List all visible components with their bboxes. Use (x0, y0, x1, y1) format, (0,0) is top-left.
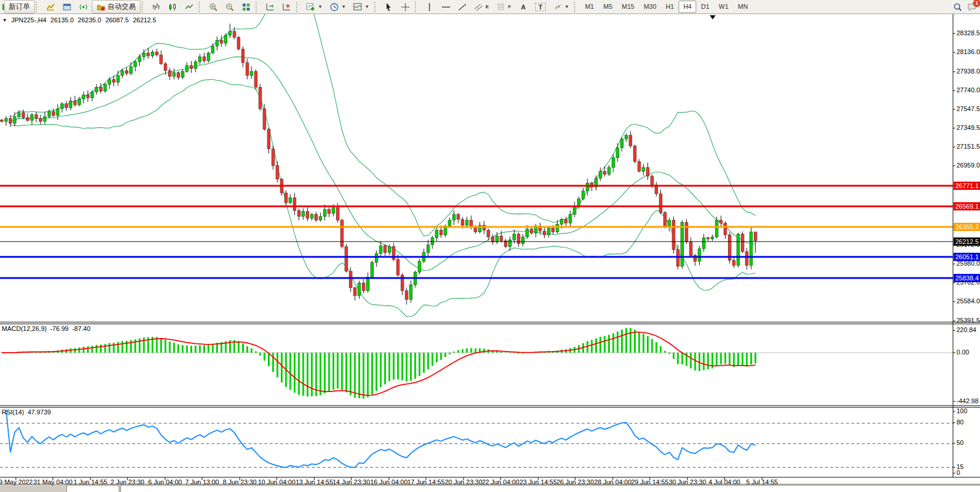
candle (663, 212, 666, 227)
candle (319, 216, 322, 220)
symbol-dropdown-icon[interactable]: ▼ (2, 18, 7, 23)
scroll-to-end-icon[interactable] (710, 15, 716, 19)
arrows-button[interactable]: ▼ (549, 0, 573, 14)
search-icon[interactable] (953, 2, 962, 12)
candle (612, 158, 615, 168)
candle (375, 253, 378, 262)
candle (491, 237, 494, 242)
candle (207, 53, 210, 61)
autoscroll-icon (266, 2, 275, 12)
candle (642, 168, 645, 172)
templates-button[interactable]: ▼ (350, 0, 373, 14)
candle (250, 72, 253, 76)
price-tick-label: 27151.5 (956, 143, 980, 150)
tile-windows-icon (241, 2, 251, 12)
price-level-label: 26355.2 (954, 223, 980, 231)
candle (746, 252, 749, 265)
candle (138, 57, 141, 62)
timeframe-d1[interactable]: D1 (696, 1, 714, 13)
candle (95, 87, 98, 92)
market-watch-button[interactable] (59, 0, 75, 14)
bottom-tab[interactable] (66, 485, 119, 492)
indicators-button[interactable]: ▼ (303, 0, 326, 14)
timeframe-group: M1M5M15M30H1H4D1W1MN (580, 1, 753, 13)
text-label-button[interactable]: T (532, 0, 549, 14)
text-button[interactable]: A (515, 0, 532, 14)
candle (52, 112, 55, 116)
channel-button[interactable]: E (471, 0, 493, 14)
zoom-in-button[interactable] (205, 0, 221, 14)
candle (212, 46, 214, 53)
chart-shift-button[interactable] (278, 0, 295, 14)
candle (173, 72, 176, 76)
tile-windows-button[interactable] (238, 0, 254, 14)
main-pane[interactable] (1, 14, 757, 317)
candle (578, 199, 580, 206)
timeframe-m5[interactable]: M5 (599, 1, 617, 13)
candle (151, 52, 154, 56)
price-level-label: 25838.4 (954, 274, 980, 282)
macd-label-row: MACD(12,26,9) -76.99 -87.40 (2, 325, 90, 332)
time-tick-label: 13 Jun 14:55 (296, 478, 333, 486)
candle (707, 238, 710, 239)
candle (155, 52, 158, 55)
candle (733, 260, 736, 265)
candle (9, 119, 12, 123)
candle (43, 116, 46, 121)
cursor-button[interactable] (381, 0, 397, 14)
zoom-out-icon (225, 2, 234, 12)
time-tick-label: 29 Jun 14:55 (631, 478, 669, 486)
fibonacci-button[interactable]: F (493, 0, 515, 14)
timeframe-m1[interactable]: M1 (580, 1, 599, 13)
line-chart-button[interactable] (181, 0, 197, 14)
price-level-label: 26212.5 (954, 237, 980, 246)
timeframe-mn[interactable]: MN (733, 1, 753, 13)
autoscroll-button[interactable] (262, 0, 278, 14)
timeframe-h4[interactable]: H4 (679, 1, 696, 13)
chart-canvas[interactable] (0, 14, 980, 483)
ohlc-open: 26135.0 (51, 16, 74, 24)
chat-icon[interactable]: 1 (967, 2, 976, 12)
candle (65, 104, 68, 108)
bar-chart-button[interactable] (148, 0, 165, 14)
candle (358, 283, 361, 296)
chart-area[interactable]: ▼ JPN225-,H4 26135.0 26235.0 26087.5 262… (0, 14, 980, 492)
candle (328, 209, 331, 213)
profiles-button[interactable] (42, 0, 59, 14)
candle (293, 198, 296, 210)
toolbar-grip (374, 2, 380, 12)
timeframe-h1[interactable]: H1 (661, 1, 679, 13)
trendline-button[interactable] (454, 0, 471, 14)
candle (474, 227, 477, 232)
candle (724, 223, 727, 235)
candle (543, 231, 546, 235)
horizontal-line-button[interactable] (438, 0, 454, 14)
macd-pane[interactable] (0, 328, 953, 399)
candle (26, 118, 29, 121)
autotrade-button[interactable]: 自动交易 (92, 0, 140, 14)
timeframe-m15[interactable]: M15 (617, 1, 639, 13)
rsi-value: 47.9739 (28, 409, 51, 416)
periods-button[interactable]: ▼ (326, 0, 350, 14)
candle (620, 139, 623, 148)
crosshair-button[interactable] (397, 0, 414, 14)
signals-button[interactable] (75, 0, 92, 14)
zoom-out-button[interactable] (221, 0, 238, 14)
vertical-line-button[interactable] (421, 0, 438, 14)
rsi-pane[interactable] (0, 410, 953, 467)
rsi-tick-label: 0 (956, 469, 980, 476)
candle (569, 215, 572, 223)
new-order-button[interactable]: 新订单 (4, 0, 35, 14)
candle (306, 212, 309, 219)
price-tick-label: 26959.0 (956, 162, 980, 169)
timeframe-m30[interactable]: M30 (639, 1, 661, 13)
candle (56, 109, 59, 116)
candle (625, 135, 627, 139)
candle (371, 262, 374, 277)
toolbar-grip (256, 2, 261, 12)
timeframe-w1[interactable]: W1 (714, 1, 733, 13)
candlestick-chart-button[interactable] (165, 0, 181, 14)
candle (276, 166, 279, 179)
price-tick-label: 25584.0 (956, 297, 980, 304)
candle (164, 63, 167, 71)
